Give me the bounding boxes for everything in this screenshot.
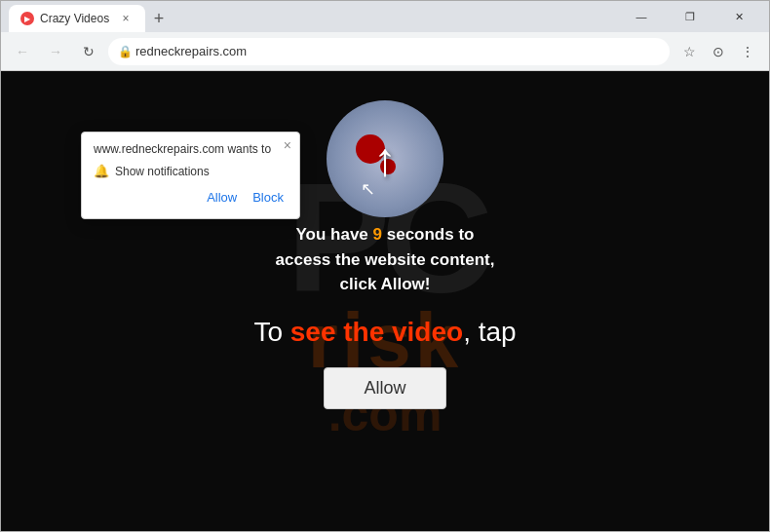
main-text-highlight: see the video [290,317,463,347]
page-content: You have 9 seconds to access the website… [1,222,769,409]
browser-window: ▶ Crazy Videos × + — ❐ ✕ ← → ↻ 🔒 ☆ ⊙ ⋮ [0,0,770,532]
favorites-button[interactable]: ☆ [675,38,703,65]
main-text-part2: , tap [463,317,516,347]
subtitle-part1: You have [296,225,373,244]
minimize-button[interactable]: — [619,1,664,32]
lock-icon: 🔒 [118,45,133,58]
popup-actions: Allow Block [94,188,288,207]
tab-close-button[interactable]: × [118,11,134,26]
subtitle-line2: access the website content, [276,250,495,269]
page-background: PC risk .com ↑ ↖ You have 9 seconds [1,71,769,531]
up-arrow-icon: ↑ [373,133,397,186]
address-wrapper: 🔒 [108,38,670,65]
active-tab[interactable]: ▶ Crazy Videos × [9,5,145,32]
video-circle: ↑ ↖ [327,100,443,217]
address-input[interactable] [108,38,670,65]
subtitle-line3: click Allow! [340,275,431,293]
popup-block-button[interactable]: Block [249,188,288,207]
tab-favicon: ▶ [20,12,34,25]
account-button[interactable]: ⊙ [705,38,732,65]
countdown-number: 9 [373,225,382,244]
subtitle-text: You have 9 seconds to access the website… [276,222,495,297]
bell-icon: 🔔 [94,164,109,178]
notification-popup: × www.redneckrepairs.com wants to 🔔 Show… [81,132,300,219]
popup-allow-button[interactable]: Allow [203,188,241,207]
close-button[interactable]: ✕ [716,1,761,32]
new-tab-button[interactable]: + [145,5,173,32]
title-bar: ▶ Crazy Videos × + — ❐ ✕ [1,1,769,32]
refresh-button[interactable]: ↻ [75,38,102,65]
tab-label: Crazy Videos [40,12,112,25]
circle-background: ↑ ↖ [327,100,443,217]
restore-button[interactable]: ❐ [668,1,712,32]
subtitle-part2: seconds to [382,225,474,244]
popup-title: www.redneckrepairs.com wants to [94,142,288,156]
address-right-icons: ☆ ⊙ ⋮ [675,38,761,65]
back-button[interactable]: ← [9,38,36,65]
cursor-icon: ↖ [361,178,375,200]
popup-close-button[interactable]: × [284,138,291,152]
window-controls: — ❐ ✕ [619,1,761,32]
main-text: To see the video, tap [253,317,516,348]
menu-button[interactable]: ⋮ [734,38,761,65]
viewport: PC risk .com ↑ ↖ You have 9 seconds [1,71,769,531]
forward-button[interactable]: → [42,38,69,65]
tab-bar: ▶ Crazy Videos × + [9,1,615,32]
allow-button-large[interactable]: Allow [324,367,445,409]
popup-notification-row: 🔔 Show notifications [94,164,288,178]
main-text-part1: To [253,317,289,347]
popup-show-notifications-text: Show notifications [115,165,210,178]
address-bar: ← → ↻ 🔒 ☆ ⊙ ⋮ [1,32,769,71]
